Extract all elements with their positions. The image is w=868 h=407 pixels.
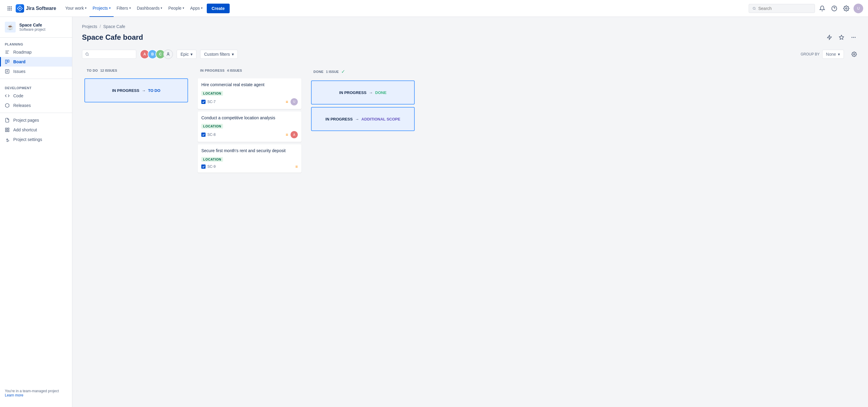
column-inprogress-body: Hire commercial real estate agent LOCATI…: [195, 76, 304, 175]
header-actions: [825, 33, 858, 42]
svg-rect-3: [7, 8, 8, 9]
brand-logo[interactable]: Jira Software: [16, 4, 56, 13]
avatar-group-more[interactable]: [163, 50, 173, 59]
nav-apps[interactable]: Apps ▾: [187, 0, 206, 17]
sidebar-label-project-pages: Project pages: [13, 118, 39, 123]
grid-menu-icon[interactable]: [5, 4, 14, 13]
checkbox-icon: [201, 100, 206, 104]
svg-point-28: [853, 37, 854, 38]
checkmark-icon: ✓: [341, 69, 345, 74]
sidebar-item-roadmap[interactable]: Roadmap: [0, 47, 72, 57]
app-layout: ☕ Space Cafe Software project PLANNING R…: [0, 17, 868, 407]
chevron-down-icon: ▾: [201, 6, 203, 10]
column-todo-header: TO DO 12 ISSUES: [82, 65, 190, 76]
page-header: Space Cafe board: [82, 33, 858, 42]
sidebar: ☕ Space Cafe Software project PLANNING R…: [0, 17, 72, 407]
project-name: Space Cafe: [19, 23, 45, 27]
svg-rect-8: [11, 9, 12, 10]
settings-button[interactable]: [841, 4, 851, 13]
help-button[interactable]: [830, 4, 839, 13]
releases-icon: [5, 103, 10, 108]
shortcut-icon: [5, 127, 10, 132]
sidebar-item-releases[interactable]: Releases: [0, 101, 72, 110]
create-button[interactable]: Create: [207, 4, 230, 13]
transition-to: DONE: [375, 90, 387, 95]
svg-point-11: [753, 7, 755, 9]
transition-arrow-icon: →: [355, 117, 359, 121]
notifications-button[interactable]: [817, 4, 827, 13]
roadmap-icon: [5, 50, 10, 55]
svg-rect-7: [9, 9, 10, 10]
nav-your-work[interactable]: Your work ▾: [62, 0, 90, 17]
nav-filters[interactable]: Filters ▾: [114, 0, 134, 17]
column-done-body: IN PROGRESS → DONE IN PROGRESS → ADDITIO…: [309, 78, 417, 133]
sidebar-item-code[interactable]: Code: [0, 91, 72, 101]
transition-card-inprogress-todo[interactable]: IN PROGRESS → TO DO: [84, 78, 188, 102]
page-title: Space Cafe board: [82, 33, 143, 41]
column-inprogress: IN PROGRESS 4 ISSUES Hire commercial rea…: [195, 65, 304, 175]
help-icon: [831, 5, 837, 11]
svg-point-29: [855, 37, 856, 38]
sidebar-divider-2: [0, 113, 72, 113]
transition-card-inprogress-additional[interactable]: IN PROGRESS → ADDITIONAL SCOPE: [311, 107, 415, 131]
nav-projects[interactable]: Projects ▾: [90, 0, 114, 17]
column-todo-title: TO DO: [87, 69, 98, 72]
sidebar-item-project-settings[interactable]: Project settings: [0, 135, 72, 144]
brand-name: Jira Software: [26, 6, 56, 11]
assignee-avatar-sc-7: U: [290, 98, 298, 105]
transition-card-inprogress-done[interactable]: IN PROGRESS → DONE: [311, 81, 415, 104]
board-search-box[interactable]: [82, 50, 136, 59]
learn-more-link[interactable]: Learn more: [5, 393, 23, 397]
card-sc-9[interactable]: Secure first month's rent and security d…: [198, 144, 301, 173]
jira-logo-icon: [16, 4, 24, 13]
svg-point-24: [7, 139, 8, 140]
card-footer-sc-8: SC-8 ≡ A: [201, 131, 298, 138]
sidebar-item-issues[interactable]: Issues: [0, 67, 72, 76]
group-by-select[interactable]: None ▾: [822, 50, 844, 59]
sidebar-label-releases: Releases: [13, 103, 31, 108]
board-settings-button[interactable]: [850, 50, 858, 58]
breadcrumb-projects[interactable]: Projects: [82, 24, 97, 29]
card-id-sc-7: SC-7: [201, 100, 216, 104]
card-title-sc-9: Secure first month's rent and security d…: [201, 148, 298, 154]
card-title-sc-7: Hire commercial real estate agent: [201, 82, 298, 88]
nav-people[interactable]: People ▾: [165, 0, 187, 17]
transition-from: IN PROGRESS: [339, 90, 367, 95]
board-search-input[interactable]: [91, 52, 133, 57]
project-icon: ☕: [5, 22, 16, 33]
breadcrumb: Projects / Space Cafe: [82, 24, 858, 29]
sidebar-item-project-pages[interactable]: Project pages: [0, 115, 72, 125]
transition-from: IN PROGRESS: [326, 117, 352, 121]
search-input[interactable]: [758, 6, 811, 11]
sidebar-item-board[interactable]: Board: [0, 57, 72, 67]
card-sc-8[interactable]: Conduct a competitive location analysis …: [198, 112, 301, 142]
custom-filters-button[interactable]: Custom filters ▾: [200, 50, 238, 59]
avatar-group: A B C: [140, 50, 173, 59]
svg-point-13: [846, 7, 847, 9]
nav-items: Your work ▾ Projects ▾ Filters ▾ Dashboa…: [62, 0, 205, 17]
svg-rect-18: [7, 60, 9, 62]
sidebar-label-roadmap: Roadmap: [13, 50, 32, 55]
star-button[interactable]: [837, 33, 846, 42]
column-done-title: DONE: [313, 70, 324, 73]
card-sc-7[interactable]: Hire commercial real estate agent LOCATI…: [198, 78, 301, 109]
epic-filter-button[interactable]: Epic ▾: [177, 50, 196, 59]
transition-arrow-icon: →: [369, 90, 373, 95]
search-box[interactable]: [749, 4, 815, 13]
project-info: ☕ Space Cafe Software project: [0, 17, 72, 38]
transition-from: IN PROGRESS: [112, 88, 139, 93]
breadcrumb-space-cafe[interactable]: Space Cafe: [103, 24, 125, 29]
sidebar-item-add-shortcut[interactable]: Add shortcut: [0, 125, 72, 135]
chevron-down-icon: ▾: [190, 52, 193, 57]
priority-medium-icon: ≡: [286, 99, 288, 104]
nav-dashboards[interactable]: Dashboards ▾: [134, 0, 165, 17]
lightning-button[interactable]: [825, 33, 834, 42]
card-footer-sc-9: SC-9 ≡: [201, 164, 298, 169]
card-id-sc-8: SC-8: [201, 132, 216, 137]
svg-rect-17: [5, 60, 7, 64]
sidebar-label-issues: Issues: [13, 69, 25, 74]
user-avatar[interactable]: U: [854, 4, 863, 13]
chevron-down-icon: ▾: [838, 52, 840, 57]
more-options-button[interactable]: [849, 33, 858, 42]
gear-icon: [843, 5, 849, 11]
